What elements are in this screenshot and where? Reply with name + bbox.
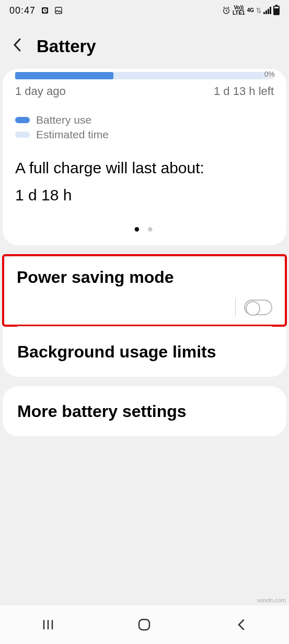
image-icon (54, 6, 63, 15)
legend-est-pill (15, 132, 30, 138)
nav-back-button[interactable] (232, 615, 250, 634)
battery-status-card: 0% 1 day ago 1 d 13 h left Battery use E… (3, 69, 286, 245)
legend-use-label: Battery use (36, 114, 91, 126)
page-header: Battery (0, 21, 289, 69)
legend: Battery use Estimated time (15, 114, 274, 141)
status-left: 00:47 (9, 5, 63, 16)
home-button[interactable] (135, 615, 154, 634)
legend-use-pill (15, 117, 30, 123)
clock-icon (41, 6, 49, 15)
power-saving-mode-row[interactable]: Power saving mode (2, 254, 287, 327)
page-indicator[interactable]: ● ● (15, 223, 274, 235)
battery-bar: 0% (15, 69, 274, 79)
page-title: Battery (37, 37, 96, 56)
more-battery-settings-row[interactable]: More battery settings (3, 386, 286, 436)
volte-label: Vo)) LTE1 (233, 5, 245, 16)
power-settings-card: Power saving mode Background usage limit… (3, 254, 286, 377)
background-usage-limits-row[interactable]: Background usage limits (3, 327, 286, 377)
full-charge-label: A full charge will last about: (15, 158, 274, 179)
signal-icon (263, 7, 271, 14)
data-arrows-icon (256, 7, 261, 14)
full-charge-value: 1 d 18 h (15, 186, 274, 204)
more-settings-card: More battery settings (3, 386, 286, 436)
navigation-bar (0, 605, 289, 644)
legend-est-label: Estimated time (36, 128, 109, 141)
battery-icon (273, 6, 280, 15)
svg-rect-4 (139, 619, 149, 630)
divider (235, 299, 236, 316)
power-saving-label: Power saving mode (17, 268, 272, 287)
watermark: wsxdn.com (257, 597, 286, 603)
alarm-icon (222, 6, 230, 15)
network-type: 4G (247, 8, 254, 13)
time-ago-label: 1 day ago (15, 85, 66, 98)
status-right: Vo)) LTE1 4G (222, 5, 280, 16)
time-left-label: 1 d 13 h left (214, 85, 274, 98)
back-button[interactable] (9, 38, 25, 56)
status-time: 00:47 (9, 5, 36, 16)
power-saving-toggle[interactable] (244, 300, 272, 315)
battery-percent-label: 0% (264, 70, 275, 78)
svg-rect-2 (55, 7, 62, 14)
status-bar: 00:47 Vo)) LTE1 4G (0, 0, 289, 21)
recents-button[interactable] (39, 615, 57, 634)
